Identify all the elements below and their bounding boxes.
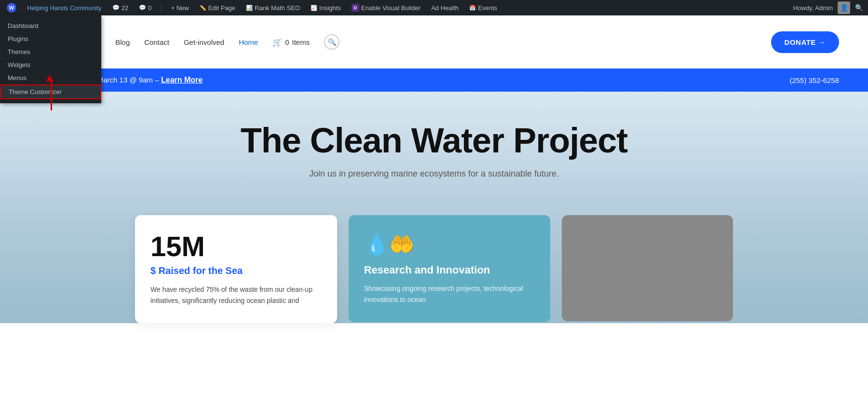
announcement-link[interactable]: Learn More	[161, 76, 203, 84]
edit-page-item[interactable]: ✏️ Edit Page	[198, 4, 237, 12]
nav-contact[interactable]: Contact	[144, 38, 169, 46]
hero-section: The Clean Water Project Join us in prese…	[0, 92, 868, 323]
cards-row: 15M $ Raised for the Sea We have recycle…	[0, 215, 868, 323]
insights-item[interactable]: 📈 Insights	[309, 4, 343, 12]
menu-item-plugins[interactable]: Plugins	[0, 32, 101, 45]
avatar[interactable]: 👤	[838, 1, 850, 14]
events-label: Events	[478, 4, 497, 12]
cart-icon: 🛒	[272, 38, 282, 47]
comments-item[interactable]: 💬 22	[110, 4, 130, 12]
insights-label: Insights	[319, 4, 341, 12]
site-header: D About Blog Contact Get-involved Home 🛒…	[0, 15, 868, 68]
rank-math-item[interactable]: 📊 Rank Math SEO	[244, 4, 302, 12]
search-bar-icon[interactable]: 🔍	[855, 4, 863, 12]
cart-count: 0	[285, 38, 289, 46]
site-name-item[interactable]: Helping Hands Community	[25, 4, 104, 12]
wp-logo-item[interactable]: W	[5, 3, 18, 13]
card-research: 💧🤲 Research and Innovation Showcasing on…	[349, 215, 551, 322]
card-research-desc: Showcasing ongoing research projects, te…	[364, 283, 535, 305]
nav-home[interactable]: Home	[239, 38, 258, 46]
card-image	[562, 215, 733, 321]
arrow-head	[46, 75, 54, 82]
announcement-bar: Beach Cleanup Day: March 13 @ 9am – Lear…	[0, 68, 868, 92]
menu-item-themes[interactable]: Themes	[0, 45, 101, 58]
edit-icon: ✏️	[200, 5, 206, 11]
search-button[interactable]: 🔍	[324, 34, 339, 50]
card-stats: 15M $ Raised for the Sea We have recycle…	[135, 215, 337, 323]
replies-item[interactable]: 💬 0	[137, 4, 153, 12]
wp-logo-icon: W	[7, 3, 16, 13]
events-icon: 📅	[469, 5, 476, 11]
ad-health-item[interactable]: Ad Health	[429, 4, 461, 12]
bar-divider-1: |	[160, 3, 162, 12]
comment-icon: 💬	[112, 4, 120, 11]
cart-label: Items	[292, 38, 310, 46]
menu-item-widgets[interactable]: Widgets	[0, 58, 101, 71]
menu-item-dashboard[interactable]: Dashboard	[0, 19, 101, 32]
hero-subtitle: Join us in preserving marine ecosystems …	[309, 169, 559, 179]
rank-math-icon: 📊	[246, 5, 253, 11]
visual-builder-label: Enable Visual Builder	[361, 4, 420, 12]
arrow-indicator	[47, 75, 55, 110]
replies-count: 0	[148, 4, 151, 12]
rank-math-label: Rank Math SEO	[255, 4, 300, 12]
site-nav: About Blog Contact Get-involved Home 🛒 0…	[82, 34, 339, 50]
announcement-phone: (255) 352-6258	[789, 76, 839, 84]
events-item[interactable]: 📅 Events	[467, 4, 499, 12]
site-name-label: Helping Hands Community	[27, 4, 102, 12]
admin-bar: W Helping Hands Community 💬 22 💬 0 | + N…	[0, 0, 868, 15]
card-text: We have recycled 75% of the waste from o…	[150, 284, 322, 306]
howdy-label: Howdy, Admin	[793, 4, 833, 12]
comments-count: 22	[122, 4, 128, 12]
card-number: 15M	[150, 232, 322, 260]
admin-bar-right: Howdy, Admin 👤 🔍	[793, 1, 863, 14]
arrow-line	[51, 82, 52, 110]
donate-button[interactable]: DONATE →	[771, 31, 839, 53]
search-icon: 🔍	[328, 38, 336, 46]
edit-page-label: Edit Page	[208, 4, 235, 12]
donate-label: DONATE →	[785, 38, 826, 46]
visual-builder-item[interactable]: D Enable Visual Builder	[350, 4, 422, 12]
divi-icon: D	[352, 4, 359, 12]
nav-get-involved[interactable]: Get-involved	[184, 38, 224, 46]
water-drop-icon: 💧🤲	[364, 232, 535, 256]
new-item[interactable]: + New	[169, 4, 190, 12]
card-research-title: Research and Innovation	[364, 264, 535, 276]
nav-blog[interactable]: Blog	[115, 38, 130, 46]
reply-icon: 💬	[139, 4, 146, 11]
hero-title: The Clean Water Project	[241, 121, 628, 160]
card-label: $ Raised for the Sea	[150, 265, 322, 276]
insights-icon: 📈	[311, 5, 317, 11]
nav-cart[interactable]: 🛒 0 Items	[272, 38, 310, 47]
ad-health-label: Ad Health	[431, 4, 459, 12]
new-label: + New	[171, 4, 189, 12]
